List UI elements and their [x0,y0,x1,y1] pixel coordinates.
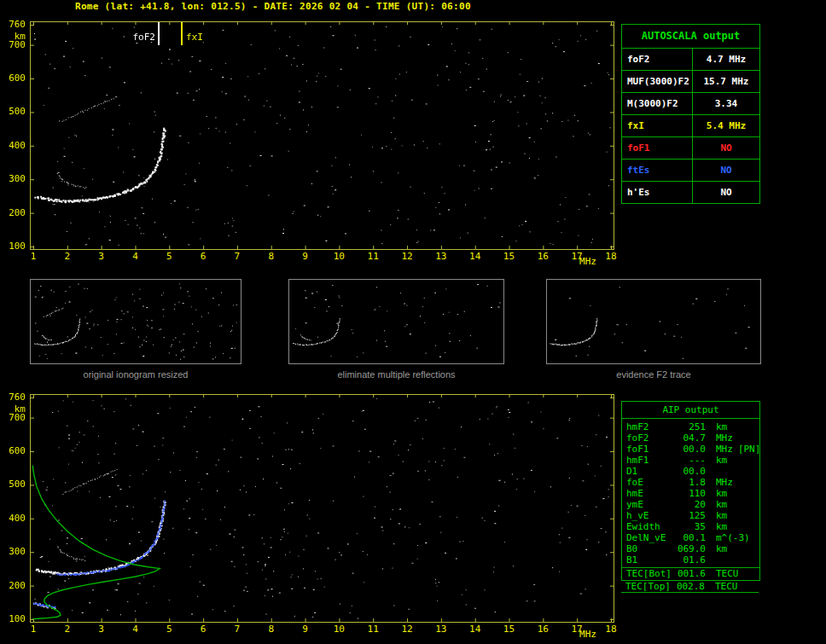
aip-row-label: DelN_vE [626,532,675,543]
autoscala-row-label: foF2 [622,49,693,70]
aip-title: AIP output [622,402,759,419]
x-axis-unit: MHz [579,629,595,639]
aip-row-label: B1 [626,554,675,566]
autoscala-row: M(3000)F2 3.34 [622,93,759,115]
aip-row-label: h_vE [626,510,675,521]
x-tick-label: 4 [127,624,143,634]
x-tick-label: 7 [230,624,245,634]
aip-row-value: 20 [675,499,706,510]
aip-row: DelN_vE 00.1 m^(-3) [622,532,759,543]
y-tick-label: 600 [3,446,26,455]
fof2-marker-line [158,22,160,45]
x-tick-label: 18 [603,252,619,261]
x-tick-label: 8 [264,624,279,634]
x-tick-label: 12 [399,624,415,634]
autoscala-row: h'Es NO [622,182,759,203]
aip-row-unit: TECU [716,568,739,580]
x-tick-label: 10 [331,252,346,261]
x-tick-label: 11 [365,624,381,634]
aip-row-value: 00.0 [675,444,706,455]
y-tick-label: 500 [3,107,26,116]
x-tick-label: 10 [331,624,346,634]
autoscala-row-value: 5.4 MHz [693,115,759,136]
aip-row-value: 00.1 [675,532,706,543]
aip-row: D1 00.0 [622,466,759,477]
autoscala-row-label: h'Es [622,182,693,203]
x-tick-label: 13 [433,252,449,261]
aip-row: B1 01.6 [622,554,759,566]
aip-row-tec-bottom: TEC[Bot] 001.6 TECU [622,567,759,580]
x-tick-label: 15 [501,624,516,634]
y-tick-label: 760 [3,392,26,402]
y-tick-label: 200 [3,581,26,590]
y-tick-label: 760 [3,20,26,29]
aip-row-value: 251 [675,421,706,432]
y-axis-unit: km [3,404,26,414]
thumbnail-caption: original ionogram resized [30,369,241,380]
x-tick-label: 8 [264,252,279,261]
aip-row-tec-top: TEC[Top] 002.8 TECU [621,581,759,593]
aip-row-unit: km [716,421,727,432]
thumbnail-original-ionogram [30,279,241,364]
autoscala-row-label: MUF(3000)F2 [622,71,693,92]
aip-row-label: TEC[Top] [625,581,674,592]
aip-row-value: 110 [675,488,706,499]
x-tick-label: 2 [60,252,75,261]
aip-row-label: TEC[Bot] [626,568,675,580]
aip-row-value: 125 [675,510,706,521]
thumbnail-eliminate-reflections [288,279,504,364]
aip-row-unit: km [716,488,727,499]
aip-row-label: D1 [626,466,675,477]
aip-row-label: B0 [626,543,675,554]
autoscala-panel: AUTOSCALA output foF2 4.7 MHz MUF(3000)F… [621,24,760,204]
aip-row-label: hmF1 [626,455,675,466]
x-tick-label: 9 [298,252,313,261]
y-tick-label: 400 [3,513,26,523]
y-tick-label: 400 [3,141,26,150]
autoscala-row-value: NO [693,137,759,159]
aip-panel: AIP output hmF2 251 km foF2 04.7 MHz foF… [621,401,760,581]
x-tick-label: 14 [468,624,483,634]
x-axis-unit: MHz [579,257,595,266]
autoscala-row: foF2 4.7 MHz [622,49,759,71]
y-tick-label: 600 [3,73,26,83]
autoscala-row-value: NO [693,182,759,203]
autoscala-row: ftEs NO [622,160,759,182]
x-tick-label: 6 [195,624,211,634]
autoscala-screen: Rome (lat: +41.8, lon: 012.5) - DATE: 20… [0,0,826,644]
autoscala-row-label: fxI [622,115,693,136]
autoscala-row-label: foF1 [622,137,693,159]
x-tick-label: 5 [161,624,177,634]
aip-row: hmF2 251 km [622,421,759,432]
aip-row: ymE 20 km [622,499,759,510]
autoscala-row-value: 4.7 MHz [693,49,759,70]
aip-row-unit: km [716,499,727,510]
aip-row-label: foF2 [626,432,675,444]
x-tick-label: 11 [365,252,381,261]
y-tick-label: 300 [3,547,26,556]
aip-row-unit: km [716,510,727,521]
x-tick-label: 16 [535,252,550,261]
y-tick-label: 500 [3,479,26,489]
autoscala-row-value: 3.34 [693,93,759,114]
aip-row: hmE 110 km [622,488,759,499]
aip-row-unit: m^(-3) [716,532,750,543]
x-tick-label: 18 [603,624,619,634]
aip-row-label: hmE [626,488,675,499]
aip-row-label: Ewidth [626,521,675,532]
x-tick-label: 4 [127,252,143,261]
thumbnail-caption: evidence F2 trace [546,369,761,380]
aip-row-value: 069.0 [675,543,706,554]
autoscala-row: foF1 NO [622,137,759,160]
x-tick-label: 16 [535,624,550,634]
aip-row-label: ymE [626,499,675,510]
x-tick-label: 12 [399,252,415,261]
aip-row-value: 00.0 [675,466,706,477]
y-tick-label: 300 [3,174,26,183]
aip-row-label: foF1 [626,444,675,455]
thumbnail-caption: eliminate multiple reflections [288,369,504,380]
aip-row-value: 1.8 [675,477,706,488]
aip-row-value: 01.6 [675,554,706,566]
autoscala-title: AUTOSCALA output [622,25,759,49]
aip-row: foE 1.8 MHz [622,477,759,488]
